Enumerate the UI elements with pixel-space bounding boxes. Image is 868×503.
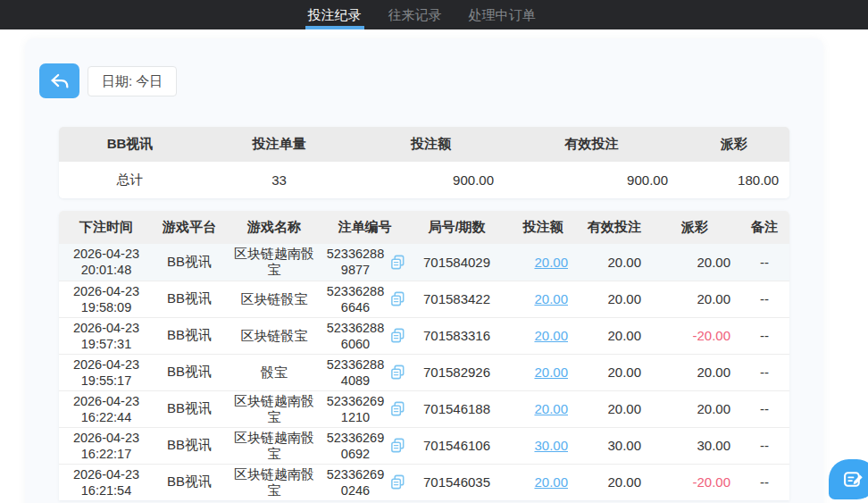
copy-icon[interactable] xyxy=(389,254,406,271)
tab-bet-records[interactable]: 投注纪录 xyxy=(295,0,375,29)
bet-amount-link[interactable]: 30.00 xyxy=(534,438,568,453)
summary-header-row: BB视讯 投注单量 投注额 有效投注 派彩 xyxy=(59,127,789,162)
record-row: 2026-04-23 19:57:31 BB视讯 区块链骰宝 523362886… xyxy=(59,317,789,354)
col-game-name: 游戏名称 xyxy=(225,211,323,244)
game-name: 区块链越南骰宝 xyxy=(233,430,315,462)
summary-total-payout: 180.00 xyxy=(679,162,789,198)
summary-col-bet-count: 投注单量 xyxy=(201,127,357,162)
bet-time: 19:57:31 xyxy=(59,336,154,352)
col-payout: 派彩 xyxy=(650,211,739,244)
date-filter-chip[interactable]: 日期: 今日 xyxy=(88,66,177,96)
round-no-cell: 701584029 xyxy=(406,244,507,281)
platform-cell: BB视讯 xyxy=(154,317,225,354)
remark-cell: -- xyxy=(739,427,789,464)
bet-amount-cell: 30.00 xyxy=(507,427,579,464)
bet-amount-cell: 20.00 xyxy=(507,317,579,354)
records-header-row: 下注时间 游戏平台 游戏名称 注单编号 局号/期数 投注额 有效投注 派彩 备注 xyxy=(59,211,789,244)
order-number: 523362886646 xyxy=(323,283,388,315)
record-row: 2026-04-23 20:01:48 BB视讯 区块链越南骰宝 5233628… xyxy=(59,244,789,281)
bet-time-cell: 2026-04-23 19:58:09 xyxy=(59,281,154,317)
payout-cell: 30.00 xyxy=(650,427,739,464)
col-bet-time: 下注时间 xyxy=(59,211,154,244)
top-navbar: 投注纪录 往来记录 处理中订单 xyxy=(0,0,868,29)
col-bet-amount: 投注额 xyxy=(507,211,579,244)
valid-bet-cell: 20.00 xyxy=(579,244,650,281)
nav-tabs: 投注纪录 往来记录 处理中订单 xyxy=(295,0,549,29)
remark-cell: -- xyxy=(739,281,789,317)
summary-table: BB视讯 投注单量 投注额 有效投注 派彩 总计 33 900.00 900.0… xyxy=(59,127,789,198)
order-number: 523362690692 xyxy=(323,430,388,462)
game-name-cell: 区块链骰宝 xyxy=(225,317,323,354)
copy-icon[interactable] xyxy=(389,364,406,381)
payout-cell: 20.00 xyxy=(650,354,739,390)
tab-pending-orders[interactable]: 处理中订单 xyxy=(455,0,549,29)
remark-cell: -- xyxy=(739,390,789,427)
bet-time-cell: 2026-04-23 16:22:17 xyxy=(59,427,154,464)
bet-amount-link[interactable]: 20.00 xyxy=(534,255,568,270)
bet-amount-cell: 20.00 xyxy=(507,464,579,500)
round-no-cell: 701546035 xyxy=(406,464,507,500)
col-order-no: 注单编号 xyxy=(323,211,406,244)
bet-time-cell: 2026-04-23 20:01:48 xyxy=(59,244,154,281)
summary-total-valid-bet: 900.00 xyxy=(505,162,679,198)
bet-time: 20:01:48 xyxy=(59,262,154,278)
records-table: 下注时间 游戏平台 游戏名称 注单编号 局号/期数 投注额 有效投注 派彩 备注… xyxy=(59,211,789,500)
bet-time: 19:55:17 xyxy=(59,373,154,389)
bet-time-cell: 2026-04-23 19:55:17 xyxy=(59,354,154,390)
copy-icon[interactable] xyxy=(389,437,406,454)
order-no-cell: 523362691210 xyxy=(323,390,406,427)
bet-date: 2026-04-23 xyxy=(59,320,154,336)
bet-amount-cell: 20.00 xyxy=(507,354,579,390)
back-button[interactable] xyxy=(39,63,79,98)
round-no-cell: 701583316 xyxy=(406,317,507,354)
payout-cell: 20.00 xyxy=(650,390,739,427)
record-row: 2026-04-23 19:58:09 BB视讯 区块链骰宝 523362886… xyxy=(59,281,789,317)
game-name-cell: 骰宝 xyxy=(225,354,323,390)
bet-time: 16:22:17 xyxy=(59,446,154,462)
record-row: 2026-04-23 16:22:17 BB视讯 区块链越南骰宝 5233626… xyxy=(59,427,789,464)
bet-amount-link[interactable]: 20.00 xyxy=(534,401,568,416)
copy-icon[interactable] xyxy=(389,290,406,307)
summary-total-bet-count: 33 xyxy=(201,162,357,198)
game-name: 区块链越南骰宝 xyxy=(233,246,315,278)
bet-time: 16:21:54 xyxy=(59,482,154,499)
platform-cell: BB视讯 xyxy=(154,427,225,464)
order-no-cell: 523362884089 xyxy=(323,354,406,390)
compose-fab-button[interactable] xyxy=(829,459,868,499)
platform-cell: BB视讯 xyxy=(154,390,225,427)
game-name-cell: 区块链越南骰宝 xyxy=(225,244,323,281)
payout-cell: 20.00 xyxy=(650,281,739,317)
summary-total-row: 总计 33 900.00 900.00 180.00 xyxy=(59,162,789,198)
order-number: 523362691210 xyxy=(323,393,388,425)
valid-bet-cell: 30.00 xyxy=(579,427,650,464)
game-name-cell: 区块链越南骰宝 xyxy=(225,427,323,464)
order-number: 523362886060 xyxy=(323,320,388,352)
bet-amount-link[interactable]: 20.00 xyxy=(534,474,568,490)
payout-cell: -20.00 xyxy=(650,464,739,500)
bet-amount-cell: 20.00 xyxy=(507,281,579,317)
bet-time-cell: 2026-04-23 16:21:54 xyxy=(59,464,154,500)
main-panel: 日期: 今日 BB视讯 投注单量 投注额 有效投注 派彩 总计 33 xyxy=(25,38,823,503)
remark-cell: -- xyxy=(739,317,789,354)
order-number: 523362889877 xyxy=(323,246,388,278)
bet-amount-link[interactable]: 20.00 xyxy=(534,328,568,343)
edit-note-icon xyxy=(842,468,864,490)
col-remark: 备注 xyxy=(739,211,789,244)
copy-icon[interactable] xyxy=(389,400,406,417)
bet-amount-link[interactable]: 20.00 xyxy=(534,291,568,306)
game-name-cell: 区块链越南骰宝 xyxy=(225,464,323,500)
valid-bet-cell: 20.00 xyxy=(579,317,650,354)
platform-cell: BB视讯 xyxy=(154,281,225,317)
bet-amount-link[interactable]: 20.00 xyxy=(534,365,568,380)
payout-cell: -20.00 xyxy=(650,317,739,354)
order-no-cell: 523362886060 xyxy=(323,317,406,354)
round-no-cell: 701583422 xyxy=(406,281,507,317)
valid-bet-cell: 20.00 xyxy=(579,354,650,390)
copy-icon[interactable] xyxy=(389,327,406,344)
remark-cell: -- xyxy=(739,244,789,281)
tab-transaction-records[interactable]: 往来记录 xyxy=(375,0,455,29)
copy-icon[interactable] xyxy=(389,474,406,490)
bet-date: 2026-04-23 xyxy=(59,430,154,446)
bet-time-cell: 2026-04-23 19:57:31 xyxy=(59,317,154,354)
platform-cell: BB视讯 xyxy=(154,464,225,500)
